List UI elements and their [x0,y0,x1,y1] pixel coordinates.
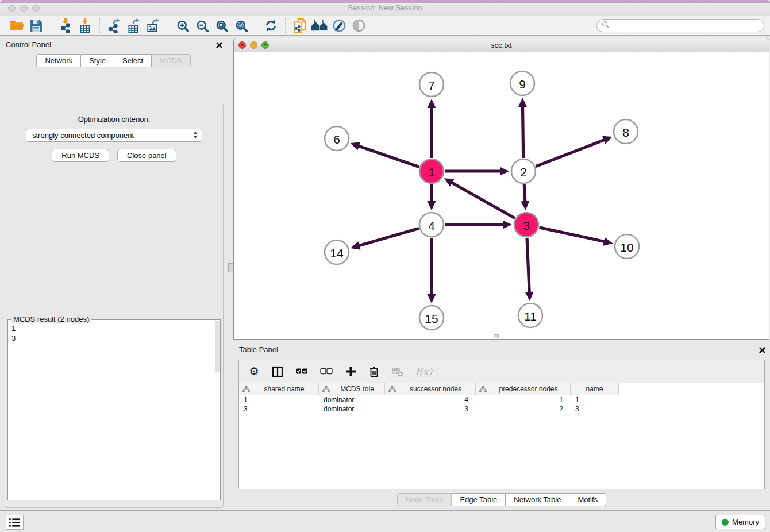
task-history-button[interactable] [6,515,24,530]
search-icon [602,21,610,31]
edge-3-10[interactable] [539,228,605,242]
table-settings-icon[interactable]: ⚙ [248,366,260,377]
cell-MCDS-role[interactable]: dominator [319,404,385,414]
edge-1-6[interactable] [358,146,419,167]
list-icon [9,518,21,527]
save-session-icon[interactable] [26,17,46,34]
eye-icon[interactable] [349,17,368,34]
column-header-predecessor-nodes[interactable]: predecessor nodes [476,383,571,395]
toolbar-separator [51,18,51,33]
select-stepper-icon [193,132,198,138]
table-row-2[interactable]: 3dominator323 [239,404,764,414]
export-image-icon[interactable] [144,17,163,34]
zoom-selected-icon[interactable] [232,17,251,34]
import-network-icon[interactable] [56,17,75,34]
cell-predecessor-nodes[interactable]: 2 [476,404,571,414]
mcds-result-legend: MCDS result (2 nodes) [11,315,91,323]
cell-shared-name[interactable]: 3 [239,404,319,414]
network-canvas[interactable]: 7968124314101511 [234,52,769,339]
edge-arrowhead-1-4 [428,201,436,210]
result-scrollbar[interactable] [215,321,220,372]
close-table-panel-icon[interactable] [759,345,765,356]
edge-2-3[interactable] [524,184,525,202]
table-panel-title: Table Panel [239,345,278,354]
export-network-icon[interactable] [105,17,124,34]
sitemap-icon [242,386,250,392]
import-table-icon[interactable] [75,17,95,34]
status-bar: Memory [0,510,770,532]
table-body: 1dominator4113dominator323 [239,395,764,414]
float-panel-icon[interactable] [205,43,210,48]
memory-button[interactable]: Memory [715,515,765,529]
edge-3-1[interactable] [451,182,515,218]
cell-name[interactable]: 3 [571,404,619,414]
tab-network-table[interactable]: Network Table [506,493,569,506]
new-network-from-selection-icon[interactable] [290,17,310,34]
table-panel: Table Panel ⚙f(x) shared nameMCDS rolesu… [233,341,770,510]
toolbar-separator [256,18,256,33]
tab-edge-table[interactable]: Edge Table [452,493,506,506]
search-input[interactable] [613,22,759,30]
cell-MCDS-role[interactable]: dominator [319,395,385,404]
edge-2-9[interactable] [523,106,523,158]
first-neighbors-icon[interactable] [310,17,329,34]
table-row-1[interactable]: 1dominator411 [239,395,764,404]
delete-column-icon[interactable] [368,366,380,377]
zoom-out-icon[interactable] [192,17,212,34]
edge-arrowhead-2-3 [521,201,529,210]
tab-node-table[interactable]: Node Table [397,493,452,506]
optimization-criterion-select[interactable]: strongly connected component [26,129,202,142]
tab-motifs[interactable]: Motifs [569,493,606,506]
apply-layout-icon[interactable] [261,17,280,34]
run-mcds-button[interactable]: Run MCDS [52,149,109,162]
control-panel-title: Control Panel [6,40,51,49]
vertical-splitter-handle[interactable] [228,263,233,272]
float-table-panel-icon[interactable] [748,348,753,353]
tab-network[interactable]: Network [36,54,81,67]
graph-node-label-1: 1 [428,165,435,179]
column-header-name[interactable]: name [571,383,619,395]
cell-predecessor-nodes[interactable]: 1 [476,395,571,404]
edge-3-11[interactable] [527,238,529,293]
graphics-details-icon[interactable] [329,17,349,34]
network-window-titlebar[interactable]: × – + scc.txt [234,38,769,52]
window-top-edge [0,0,770,3]
select-all-checks-icon[interactable] [295,368,308,375]
column-layout-icon[interactable] [272,366,283,377]
column-header-shared-name[interactable]: shared name [239,383,319,395]
control-panel-header: Control Panel [0,36,227,54]
sitemap-icon [388,386,396,392]
zoom-fit-icon[interactable] [212,17,232,34]
close-panel-button[interactable]: Close panel [117,149,176,162]
edge-2-8[interactable] [536,140,605,167]
export-table-icon[interactable] [124,17,144,34]
horizontal-splitter-handle[interactable] [494,334,499,338]
fx-icon: f(x) [415,366,432,377]
cell-successor-nodes[interactable]: 3 [385,404,476,414]
column-header-successor-nodes[interactable]: successor nodes [385,383,476,395]
zoom-in-icon[interactable] [173,17,192,34]
cell-name[interactable]: 1 [571,395,619,404]
tab-select[interactable]: Select [114,54,152,67]
add-column-icon[interactable] [345,366,356,377]
cell-successor-nodes[interactable]: 4 [385,395,476,404]
table-panel-tabs: Node TableEdge TableNetwork TableMotifs [233,493,770,506]
tab-mcds[interactable]: MCDS [152,54,190,67]
table-toolbar: ⚙f(x) [239,360,764,383]
edge-arrowhead-3-10 [603,237,613,246]
cell-shared-name[interactable]: 1 [239,395,319,404]
unselect-all-checks-icon[interactable] [320,368,333,375]
graph-node-label-8: 8 [622,126,629,139]
column-header-MCDS-role[interactable]: MCDS role [319,383,385,395]
application-window: Session: New Session Control Panel Netwo… [0,0,770,532]
network-graph[interactable]: 7968124314101511 [234,52,769,339]
tab-style[interactable]: Style [81,54,114,67]
open-session-icon[interactable] [7,17,26,34]
header-empty-area [619,383,764,395]
edge-4-14[interactable] [358,228,418,246]
selected-option: strongly connected component [32,131,134,140]
mcds-result-box[interactable]: MCDS result (2 nodes) 13 [7,319,221,500]
close-panel-icon[interactable] [216,40,222,51]
search-box[interactable] [596,19,764,32]
network-window-title: scc.txt [234,41,769,49]
